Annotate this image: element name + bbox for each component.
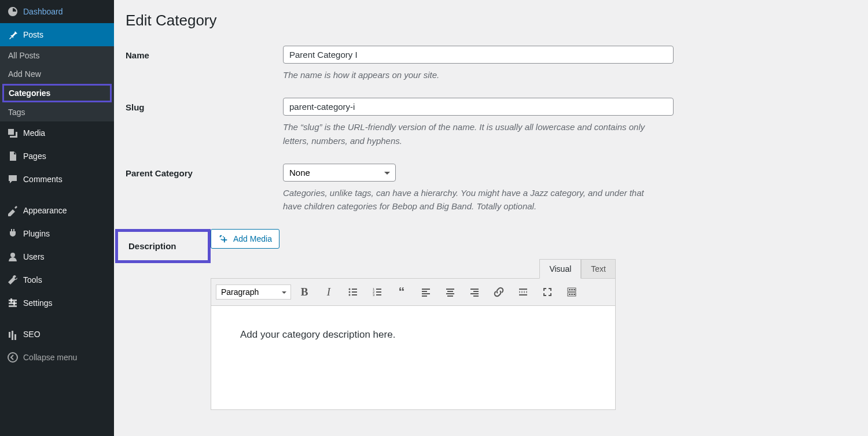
menu-item-comments[interactable]: Comments [0, 168, 114, 191]
submenu-categories[interactable]: Categories [2, 84, 112, 102]
menu-item-dashboard[interactable]: Dashboard [0, 0, 114, 23]
menu-label: Settings [23, 298, 53, 308]
svg-rect-27 [446, 293, 454, 294]
svg-rect-39 [573, 289, 575, 290]
menu-item-users[interactable]: Users [0, 245, 114, 268]
menu-label: Appearance [23, 206, 67, 215]
toolbar-align-center-button[interactable] [439, 282, 461, 302]
content-area: Edit Category Name The name is how it ap… [114, 0, 868, 436]
pages-icon [7, 150, 19, 162]
svg-rect-34 [519, 291, 527, 293]
svg-point-13 [349, 294, 351, 296]
media-icon [7, 127, 19, 139]
svg-rect-41 [569, 294, 571, 295]
svg-point-9 [349, 289, 351, 290]
name-input[interactable] [283, 46, 674, 64]
menu-item-plugins[interactable]: Plugins [0, 222, 114, 245]
svg-rect-43 [573, 294, 575, 295]
comments-icon [7, 173, 19, 185]
menu-item-tools[interactable]: Tools [0, 268, 114, 291]
appearance-icon [7, 205, 19, 216]
svg-rect-12 [352, 291, 357, 293]
svg-point-0 [10, 253, 15, 257]
admin-sidebar: Dashboard Posts All Posts Add New Catego… [0, 0, 114, 436]
menu-item-pages[interactable]: Pages [0, 145, 114, 168]
toolbar-link-button[interactable] [488, 282, 510, 302]
svg-rect-33 [519, 289, 527, 290]
tools-icon [7, 274, 19, 286]
svg-rect-1 [9, 300, 17, 301]
menu-label: Media [23, 128, 45, 138]
toolbar-bold-button[interactable]: B [293, 282, 315, 302]
svg-point-8 [223, 237, 224, 238]
field-parent: Parent Category None Categories, unlike … [126, 164, 856, 213]
parent-label: Parent Category [126, 164, 283, 178]
users-icon [7, 251, 19, 263]
submenu-all-posts[interactable]: All Posts [0, 46, 114, 65]
menu-label: Users [23, 252, 45, 261]
wysiwyg-editor: Visual Text Paragraph B I [211, 259, 616, 410]
dashboard-icon [7, 6, 19, 17]
format-select[interactable]: Paragraph [216, 284, 291, 300]
svg-rect-22 [422, 291, 427, 292]
name-help: The name is how it appears on your site. [283, 68, 653, 82]
menu-item-collapse[interactable]: Collapse menu [0, 346, 114, 369]
slug-help: The “slug” is the URL-friendly version o… [283, 120, 653, 147]
name-label: Name [126, 46, 283, 60]
menu-label: Collapse menu [23, 353, 77, 362]
submenu-tags[interactable]: Tags [0, 103, 114, 121]
toolbar-toggle-button[interactable] [561, 282, 583, 302]
menu-label: SEO [23, 330, 41, 339]
menu-item-posts[interactable]: Posts [0, 23, 114, 46]
menu-item-media[interactable]: Media [0, 121, 114, 145]
svg-rect-23 [422, 293, 430, 294]
toolbar-italic-button[interactable]: I [318, 282, 340, 302]
svg-rect-14 [352, 294, 357, 295]
pin-icon [7, 29, 19, 40]
toolbar-insert-more-button[interactable] [512, 282, 534, 302]
svg-rect-20 [376, 294, 381, 295]
menu-label: Posts [23, 30, 43, 39]
collapse-icon [7, 352, 19, 363]
svg-rect-5 [13, 301, 15, 305]
field-description: Description Add Media Visual Text [126, 229, 856, 410]
menu-label: Plugins [23, 229, 50, 238]
parent-help: Categories, unlike tags, can have a hier… [283, 186, 653, 213]
svg-rect-21 [422, 289, 430, 290]
svg-rect-28 [447, 295, 453, 297]
svg-rect-18 [376, 291, 381, 293]
toolbar-blockquote-button[interactable]: “ [391, 282, 413, 302]
menu-item-seo[interactable]: SEO [0, 323, 114, 346]
svg-point-6 [8, 353, 17, 362]
editor-tab-text[interactable]: Text [581, 259, 616, 279]
add-media-label: Add Media [233, 234, 272, 243]
toolbar-bullet-list-button[interactable] [342, 282, 364, 302]
submenu-add-new[interactable]: Add New [0, 65, 114, 83]
toolbar-numbered-list-button[interactable]: 123 [366, 282, 388, 302]
toolbar-align-left-button[interactable] [415, 282, 437, 302]
svg-point-7 [221, 239, 222, 240]
svg-rect-16 [376, 289, 381, 290]
toolbar-fullscreen-button[interactable] [536, 282, 558, 302]
menu-label: Comments [23, 175, 62, 184]
description-editor[interactable]: Add your category description here. [211, 306, 616, 410]
editor-tab-visual[interactable]: Visual [539, 259, 581, 279]
svg-rect-26 [447, 291, 453, 292]
svg-rect-10 [352, 289, 357, 290]
toolbar-align-right-button[interactable] [464, 282, 486, 302]
parent-select[interactable]: None [283, 164, 396, 182]
svg-rect-29 [470, 289, 479, 290]
add-media-button[interactable]: Add Media [211, 229, 279, 249]
slug-input[interactable] [283, 98, 674, 116]
slug-label: Slug [126, 98, 283, 112]
page-title: Edit Category [126, 0, 856, 35]
svg-rect-35 [519, 294, 527, 295]
svg-rect-38 [571, 289, 573, 290]
field-slug: Slug The “slug” is the URL-friendly vers… [126, 98, 856, 147]
menu-item-appearance[interactable]: Appearance [0, 199, 114, 222]
svg-rect-42 [571, 294, 573, 295]
media-add-icon [218, 234, 229, 244]
menu-item-settings[interactable]: Settings [0, 291, 114, 315]
svg-rect-37 [569, 289, 571, 290]
svg-rect-24 [422, 295, 427, 297]
